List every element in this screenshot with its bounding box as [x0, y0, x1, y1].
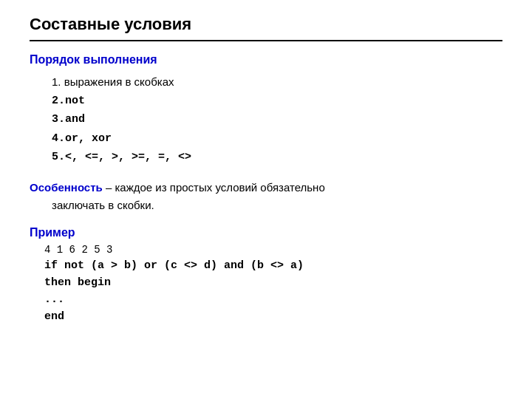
feature-block: Особенность – каждое из простых условий …	[30, 179, 502, 214]
page-title: Составные условия	[30, 15, 502, 41]
feature-label: Особенность	[30, 181, 103, 194]
order-item-5: 5.<, <=, >, >=, =, <>	[52, 148, 502, 167]
order-item-4: 4.or, xor	[52, 129, 502, 149]
feature-text: – каждое из простых условий обязательно	[103, 181, 325, 194]
order-item-3: 3.and	[52, 110, 502, 129]
numbers-row: 4 1 6 2 5 3	[44, 244, 502, 256]
page-container: Составные условия Порядок выполнения 1. …	[0, 0, 532, 399]
code-line-2: then begin	[44, 274, 502, 291]
order-list: 1. выражения в скобках 2.not 3.and 4.or,…	[52, 72, 502, 167]
order-title: Порядок выполнения	[30, 53, 502, 66]
example-title: Пример	[30, 226, 502, 239]
order-item-1: 1. выражения в скобках	[52, 72, 502, 92]
order-item-2: 2.not	[52, 92, 502, 111]
code-line-3: ...	[44, 291, 502, 308]
code-line-4: end	[44, 308, 502, 325]
feature-text2: заключать в скобки.	[52, 197, 502, 214]
example-section: Пример 4 1 6 2 5 3 if not (a > b) or (c …	[30, 226, 502, 326]
code-line-1: if not (a > b) or (c <> d) and (b <> a)	[44, 257, 502, 274]
